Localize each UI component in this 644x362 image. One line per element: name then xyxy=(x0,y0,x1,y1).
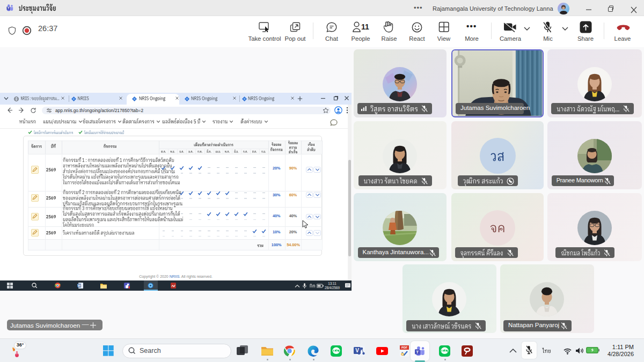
svg-text:W: W xyxy=(77,284,81,287)
svg-text:T: T xyxy=(8,6,10,10)
svg-text:T: T xyxy=(416,349,419,354)
svg-text:PDF: PDF xyxy=(401,346,408,349)
svg-text:V: V xyxy=(355,348,359,353)
